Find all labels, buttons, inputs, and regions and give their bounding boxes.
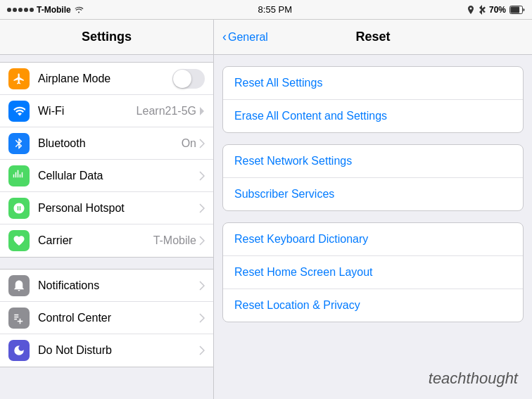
settings-title: Settings bbox=[82, 30, 132, 44]
carrier-label: Carrier bbox=[38, 234, 153, 247]
reset-all-settings-item[interactable]: Reset All Settings bbox=[223, 67, 523, 100]
battery-icon bbox=[509, 6, 525, 14]
watermark: teachthought bbox=[429, 369, 518, 388]
carrier-value: T-Mobile bbox=[153, 234, 196, 247]
notifications-icon-bg bbox=[8, 275, 30, 296]
signal-dot-1 bbox=[7, 8, 11, 12]
settings-item-notifications[interactable]: Notifications bbox=[0, 270, 213, 302]
signal-dot-2 bbox=[13, 8, 17, 12]
reset-network-item[interactable]: Reset Network Settings bbox=[223, 145, 523, 178]
control-center-label: Control Center bbox=[38, 312, 199, 324]
airplane-label: Airplane Mode bbox=[38, 72, 172, 85]
settings-item-control-center[interactable]: Control Center bbox=[0, 302, 213, 334]
carrier-name: T-Mobile bbox=[37, 5, 71, 15]
notifications-icon bbox=[13, 279, 25, 292]
moon-icon bbox=[13, 344, 25, 357]
wifi-icon bbox=[13, 105, 25, 118]
bluetooth-label: Bluetooth bbox=[38, 137, 182, 150]
signal-dot-3 bbox=[18, 8, 23, 12]
bluetooth-value: On bbox=[182, 137, 196, 150]
right-panel: ‹ General Reset Reset All Settings Erase… bbox=[214, 20, 532, 399]
notifications-label: Notifications bbox=[38, 279, 199, 292]
reset-group-2: Reset Network Settings Subscriber Servic… bbox=[222, 144, 524, 211]
back-label: General bbox=[228, 31, 268, 44]
hotspot-label: Personal Hotspot bbox=[38, 202, 199, 215]
main-layout: Settings Airplane Mode bbox=[0, 20, 532, 399]
signal-dot-5 bbox=[30, 8, 34, 12]
wifi-chevron bbox=[199, 106, 205, 116]
reset-group-1: Reset All Settings Erase All Content and… bbox=[222, 66, 524, 133]
battery-percent: 70% bbox=[489, 5, 506, 15]
back-button[interactable]: ‹ General bbox=[222, 30, 268, 44]
control-center-icon-bg bbox=[8, 308, 30, 329]
hotspot-icon-bg bbox=[8, 198, 30, 219]
settings-group-1: Airplane Mode Wi-Fi Learn21-5G bbox=[0, 62, 213, 258]
signal-dots bbox=[7, 8, 34, 12]
settings-item-wifi[interactable]: Wi-Fi Learn21-5G bbox=[0, 95, 213, 127]
subscriber-services-item[interactable]: Subscriber Services bbox=[223, 178, 523, 210]
airplane-icon bbox=[13, 72, 25, 85]
right-header: ‹ General Reset bbox=[214, 20, 532, 55]
reset-home-screen-item[interactable]: Reset Home Screen Layout bbox=[223, 256, 523, 289]
settings-group-2: Notifications Control Center bbox=[0, 269, 213, 367]
reset-title: Reset bbox=[355, 30, 390, 44]
signal-dot-4 bbox=[24, 8, 28, 12]
cellular-icon bbox=[13, 170, 25, 182]
settings-header: Settings bbox=[0, 20, 213, 55]
back-chevron-icon: ‹ bbox=[222, 30, 227, 44]
bluetooth-setting-icon bbox=[13, 137, 25, 150]
wifi-icon-bg bbox=[8, 101, 30, 122]
hotspot-chevron bbox=[199, 203, 205, 213]
hotspot-icon bbox=[13, 202, 25, 215]
notifications-chevron bbox=[199, 281, 205, 291]
bluetooth-chevron bbox=[199, 139, 205, 148]
erase-all-content-item[interactable]: Erase All Content and Settings bbox=[223, 100, 523, 132]
carrier-chevron bbox=[199, 236, 205, 246]
do-not-disturb-icon-bg bbox=[8, 340, 30, 361]
wifi-label: Wi-Fi bbox=[38, 105, 137, 118]
cellular-icon-bg bbox=[8, 165, 30, 186]
left-panel: Settings Airplane Mode bbox=[0, 20, 214, 399]
location-icon bbox=[467, 6, 475, 14]
status-left: T-Mobile bbox=[7, 5, 84, 15]
wifi-status-icon bbox=[74, 6, 84, 14]
settings-item-airplane[interactable]: Airplane Mode bbox=[0, 63, 213, 95]
status-time: 8:55 PM bbox=[258, 4, 292, 15]
settings-item-bluetooth[interactable]: Bluetooth On bbox=[0, 127, 213, 160]
settings-item-hotspot[interactable]: Personal Hotspot bbox=[0, 192, 213, 224]
reset-group-3: Reset Keyboard Dictionary Reset Home Scr… bbox=[222, 222, 524, 322]
status-right: 70% bbox=[467, 5, 525, 15]
carrier-icon bbox=[13, 234, 25, 247]
cellular-chevron bbox=[199, 171, 205, 181]
settings-item-carrier[interactable]: Carrier T-Mobile bbox=[0, 224, 213, 257]
airplane-toggle-knob bbox=[173, 70, 191, 88]
svg-rect-1 bbox=[511, 6, 520, 13]
reset-location-item[interactable]: Reset Location & Privacy bbox=[223, 289, 523, 322]
bluetooth-icon bbox=[479, 5, 486, 15]
bluetooth-icon-bg bbox=[8, 133, 30, 154]
do-not-disturb-chevron bbox=[199, 346, 205, 355]
control-center-icon bbox=[13, 312, 25, 324]
wifi-value: Learn21-5G bbox=[137, 105, 196, 118]
carrier-icon-bg bbox=[8, 230, 30, 251]
settings-item-do-not-disturb[interactable]: Do Not Disturb bbox=[0, 334, 213, 367]
airplane-icon-bg bbox=[8, 68, 30, 89]
airplane-toggle[interactable] bbox=[172, 69, 205, 89]
control-center-chevron bbox=[199, 313, 205, 323]
cellular-label: Cellular Data bbox=[38, 170, 199, 182]
settings-item-cellular[interactable]: Cellular Data bbox=[0, 160, 213, 192]
status-bar: T-Mobile 8:55 PM 70% bbox=[0, 0, 532, 20]
reset-keyboard-item[interactable]: Reset Keyboard Dictionary bbox=[223, 223, 523, 256]
do-not-disturb-label: Do Not Disturb bbox=[38, 344, 199, 357]
